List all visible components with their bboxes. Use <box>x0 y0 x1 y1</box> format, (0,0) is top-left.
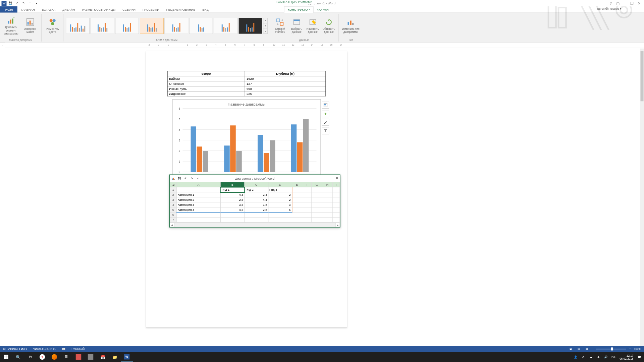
data-expand-icon[interactable]: ⤢ <box>196 176 200 181</box>
touch-mode-icon[interactable]: ☰ <box>28 1 33 6</box>
bar[interactable] <box>297 142 303 172</box>
bar[interactable] <box>236 151 242 172</box>
scroll-track[interactable] <box>174 223 335 227</box>
edit-data-button[interactable]: Изменить данные <box>305 15 320 37</box>
restore-icon[interactable]: ❐ <box>629 1 635 6</box>
col-header[interactable]: D <box>268 182 292 187</box>
volume-icon[interactable]: 🔊 <box>602 352 609 362</box>
bar[interactable] <box>203 151 208 172</box>
user-name[interactable]: Евгений Поганов ▾ <box>597 7 622 11</box>
switch-row-column-button[interactable]: Строка/столбец <box>272 15 288 37</box>
data-undo-icon[interactable]: ↶ <box>183 176 188 181</box>
gallery-scroll-up-icon[interactable]: ▲ <box>263 18 267 23</box>
onedrive-icon[interactable]: ☁ <box>587 352 594 362</box>
network-icon[interactable]: 🖧 <box>595 352 602 362</box>
tab-constructor[interactable]: КОНСТРУКТОР <box>284 7 314 13</box>
col-header[interactable]: H <box>322 182 333 187</box>
col-header[interactable]: B <box>220 182 245 187</box>
yandex-browser-icon[interactable]: Y <box>36 352 48 362</box>
status-page[interactable]: СТРАНИЦА 1 ИЗ 1 <box>0 348 30 351</box>
gallery-scroll-down-icon[interactable]: ▼ <box>263 23 267 29</box>
lakes-table[interactable]: озероглубина (м) Байкал1620 Онежское127 … <box>167 71 326 97</box>
data-redo-icon[interactable]: ↷ <box>190 176 194 181</box>
col-header[interactable]: I <box>332 182 340 187</box>
scroll-left-icon[interactable]: ◀ <box>170 223 174 227</box>
change-colors-button[interactable]: Изменить цвета <box>44 15 62 37</box>
bar[interactable] <box>230 125 236 172</box>
status-proofing-icon[interactable]: 📖 <box>59 347 69 351</box>
bar[interactable] <box>191 127 196 172</box>
add-chart-element-button[interactable]: + Добавить элемент диаграммы <box>2 15 20 37</box>
tab-file[interactable]: ФАЙЛ <box>0 6 17 13</box>
qat-dropdown-icon[interactable]: ▾ <box>34 1 39 6</box>
tab-format[interactable]: ФОРМАТ <box>314 6 333 13</box>
data-save-icon[interactable]: 💾 <box>177 176 182 181</box>
redo-icon[interactable]: ↷ <box>21 1 26 6</box>
tab-page-layout[interactable]: РАЗМЕТКА СТРАНИЦЫ <box>78 6 119 13</box>
read-mode-icon[interactable]: ▣ <box>567 347 574 352</box>
close-icon[interactable]: ✕ <box>636 1 642 6</box>
layout-options-icon[interactable] <box>322 102 329 109</box>
chart-title[interactable]: Название диаграммы <box>173 100 321 108</box>
word-app-icon[interactable]: W <box>2 1 7 6</box>
chart-data-editor[interactable]: 💾 ↶ ↷ ⤢ Диаграмма в Microsoft Word ✕ ◢ A… <box>169 175 340 228</box>
bar[interactable] <box>258 135 263 172</box>
save-icon[interactable]: 💾 <box>8 1 13 6</box>
data-editor-close-icon[interactable]: ✕ <box>335 176 338 180</box>
refresh-data-button[interactable]: Обновить данные <box>321 15 336 37</box>
undo-icon[interactable]: ↶ <box>15 1 20 6</box>
chart-plot-area[interactable] <box>183 109 317 172</box>
tab-insert[interactable]: ВСТАВКА <box>38 6 59 13</box>
tab-home[interactable]: ГЛАВНАЯ <box>17 6 38 13</box>
bar[interactable] <box>197 146 202 172</box>
task-view-icon[interactable]: ⧉ <box>24 352 36 362</box>
tray-expand-icon[interactable]: ᐱ <box>580 352 587 362</box>
web-layout-icon[interactable]: ▦ <box>583 347 590 352</box>
zoom-in-icon[interactable]: + <box>629 348 631 351</box>
chart-style-5[interactable] <box>165 18 189 34</box>
taskbar-clock[interactable]: 12:17 06.02.2018 <box>618 354 635 360</box>
excel-chart-icon[interactable] <box>171 176 176 181</box>
bar[interactable] <box>270 140 275 172</box>
file-explorer-icon[interactable]: 📁 <box>109 352 121 362</box>
zoom-slider[interactable] <box>596 349 626 349</box>
scroll-right-icon[interactable]: ▶ <box>335 223 340 227</box>
gallery-expand-icon[interactable]: ▾ <box>263 28 267 34</box>
chart-style-2[interactable] <box>91 18 114 34</box>
chart-style-8[interactable] <box>238 18 262 34</box>
tab-view[interactable]: ВИД <box>199 6 212 13</box>
print-layout-icon[interactable]: ▤ <box>575 347 582 352</box>
bar[interactable] <box>224 145 230 172</box>
status-language[interactable]: РУССКИЙ <box>68 348 88 351</box>
col-header[interactable]: E <box>292 182 302 187</box>
chart-style-3[interactable] <box>115 18 139 34</box>
data-grid[interactable]: ◢ A B C D E F G H I 1 Ряд 1 Ряд 2 Ряд 3 <box>170 182 340 223</box>
chart-style-7[interactable] <box>214 18 238 34</box>
calculator-icon[interactable]: 🖩 <box>60 352 72 362</box>
app-icon-1[interactable] <box>72 352 85 362</box>
word-taskbar-icon[interactable]: W <box>121 352 133 362</box>
chart-style-4[interactable] <box>140 18 164 34</box>
app-icon-2[interactable] <box>85 352 97 362</box>
select-data-button[interactable]: Выбрать данные <box>289 15 304 37</box>
chart-style-6[interactable] <box>189 18 213 34</box>
start-button[interactable] <box>0 352 12 362</box>
firefox-icon[interactable] <box>48 352 60 362</box>
people-icon[interactable]: 👤 <box>572 352 579 362</box>
minimize-icon[interactable]: — <box>622 1 628 6</box>
quick-layout-button[interactable]: Экспресс-макет <box>21 15 39 37</box>
help-icon[interactable]: ? <box>608 1 614 6</box>
chart-style-1[interactable] <box>66 18 90 34</box>
bar[interactable] <box>264 153 269 172</box>
tab-references[interactable]: ССЫЛКИ <box>119 6 139 13</box>
chart-object[interactable]: Название диаграммы 01 23 45 6 Категория … <box>172 99 321 186</box>
tab-design[interactable]: ДИЗАЙН <box>59 6 78 13</box>
calendar-icon[interactable]: 📅 <box>97 352 109 362</box>
horizontal-ruler[interactable]: 321 123 456 789 101112 131415 1617 <box>5 43 644 48</box>
bar[interactable] <box>291 124 297 172</box>
zoom-out-icon[interactable]: − <box>591 348 593 351</box>
col-header[interactable]: F <box>302 182 311 187</box>
vertical-ruler[interactable] <box>0 49 5 348</box>
input-language[interactable]: РУС <box>610 352 617 362</box>
col-header[interactable]: A <box>176 182 220 187</box>
